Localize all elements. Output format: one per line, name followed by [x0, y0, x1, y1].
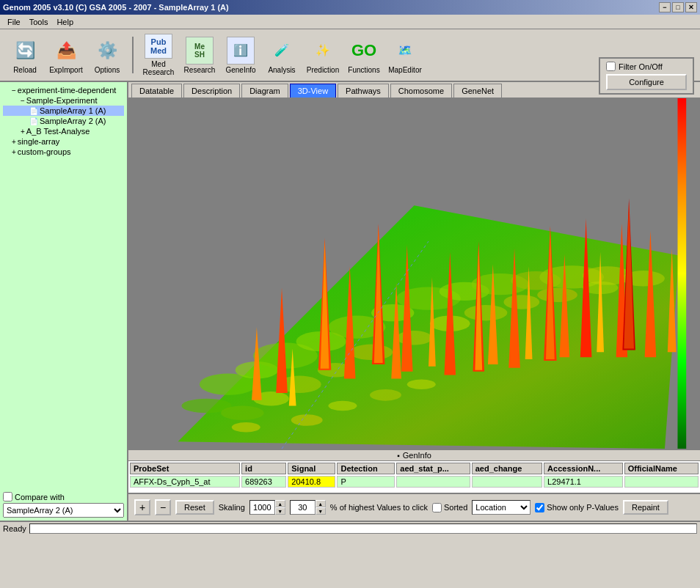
cell-aed-stat: [396, 476, 470, 488]
tab-datatable[interactable]: Datatable: [131, 84, 182, 98]
filter-panel: Filter On/Off Configure: [599, 57, 694, 95]
right-panel: Datatable Description Diagram 3D-View Pa…: [128, 82, 700, 521]
show-pvalues-checkbox[interactable]: [535, 503, 544, 512]
percent-spinner-btns: ▲ ▼: [316, 500, 326, 515]
cell-probeset: AFFX-Ds_Cyph_5_at: [130, 476, 240, 488]
geneinfo-button[interactable]: ℹ️ GeneInfo: [222, 33, 260, 77]
mapeditor-button[interactable]: 🗺️ MapEditor: [386, 33, 424, 77]
sidebar: − experiment-time-dependent − Sample-Exp…: [0, 82, 128, 521]
status-text: Ready: [3, 524, 26, 533]
tree-item-array1[interactable]: 📄 SampleArray 1 (A): [3, 106, 124, 116]
configure-button[interactable]: Configure: [606, 74, 687, 90]
tab-description[interactable]: Description: [183, 84, 240, 98]
minimize-button[interactable]: −: [659, 2, 671, 12]
filter-checkbox[interactable]: [606, 62, 616, 71]
options-button[interactable]: ⚙️ Options: [88, 33, 126, 77]
cell-signal: 20410.8: [288, 476, 335, 488]
main-content: − experiment-time-dependent − Sample-Exp…: [0, 82, 700, 521]
pubmed-button[interactable]: PubMed Med Research: [139, 33, 178, 77]
expimport-icon: 📤: [52, 37, 80, 65]
cell-detection: P: [337, 476, 395, 488]
functions-button[interactable]: GO Functions: [345, 33, 383, 77]
col-detection: Detection: [337, 463, 395, 474]
percent-up[interactable]: ▲: [316, 500, 326, 507]
col-probeset: ProbeSet: [130, 463, 240, 474]
tree-item-array2[interactable]: 📄 SampleArray 2 (A): [3, 116, 124, 126]
reload-button[interactable]: 🔄 Reload: [6, 33, 44, 77]
mapeditor-label: MapEditor: [388, 66, 422, 74]
mesh-button[interactable]: MeSH Research: [181, 33, 219, 77]
options-icon: ⚙️: [93, 37, 121, 65]
tab-pathways[interactable]: Pathways: [338, 84, 389, 98]
window-controls: − □ ✕: [659, 2, 697, 12]
compare-checkbox[interactable]: [3, 492, 12, 501]
mesh-label: Research: [184, 66, 216, 74]
maximize-button[interactable]: □: [672, 2, 684, 12]
tree-item-sample-exp[interactable]: − Sample-Experiment: [3, 95, 124, 106]
reload-icon: 🔄: [11, 37, 39, 65]
menu-help[interactable]: Help: [52, 16, 78, 28]
data-panel-header: ▪ GenInfo: [128, 450, 700, 461]
location-select[interactable]: Location: [472, 500, 531, 515]
reset-button[interactable]: Reset: [175, 500, 214, 515]
menu-tools[interactable]: Tools: [25, 16, 53, 28]
svg-point-75: [370, 389, 401, 401]
tree-expand-icon: +: [21, 128, 25, 136]
tree-expand-icon: +: [12, 148, 16, 156]
toolbar-sep-1: [132, 37, 134, 73]
col-accession: AccessionN...: [544, 463, 623, 474]
3d-view-area[interactable]: [128, 98, 700, 449]
percent-down[interactable]: ▼: [316, 507, 326, 515]
tab-chomosome[interactable]: Chomosome: [390, 84, 452, 98]
svg-point-22: [396, 331, 432, 345]
svg-rect-78: [677, 98, 686, 449]
sorted-checkbox[interactable]: [432, 503, 442, 512]
file-icon: 📄: [29, 117, 38, 125]
data-table: ProbeSet id Signal Detection aed_stat_p.…: [128, 461, 700, 489]
tab-diagram[interactable]: Diagram: [241, 84, 288, 98]
compare-area: Compare with SampleArray 2 (A): [3, 492, 124, 518]
tab-3dview[interactable]: 3D-View: [290, 84, 336, 98]
menu-bar: File Tools Help: [0, 15, 700, 29]
tree-item-single[interactable]: + single-array: [3, 136, 124, 147]
zoom-out-button[interactable]: −: [155, 499, 171, 515]
data-row[interactable]: AFFX-Ds_Cyph_5_at 689263 20410.8 P L2947…: [130, 476, 699, 488]
close-button[interactable]: ✕: [685, 2, 697, 12]
data-panel: ▪ GenInfo ProbeSet id Signal Detection a…: [128, 449, 700, 493]
percent-spinner: ▲ ▼: [290, 500, 326, 515]
cell-id: 689263: [241, 476, 286, 488]
svg-point-26: [537, 288, 577, 303]
data-panel-close-icon[interactable]: ▪: [397, 452, 400, 460]
tree-item-label: custom-groups: [18, 147, 71, 156]
terrain-svg: [128, 98, 700, 449]
cell-official-name: [624, 476, 699, 488]
skaling-up[interactable]: ▲: [275, 500, 285, 507]
skaling-down[interactable]: ▼: [275, 507, 285, 515]
skaling-input[interactable]: 1000: [249, 500, 275, 515]
bottom-toolbar: + − Reset Skaling 1000 ▲ ▼ ▲ ▼ % of high…: [128, 493, 700, 521]
functions-icon: GO: [350, 37, 378, 65]
analysis-button[interactable]: 🧪 Analysis: [263, 33, 301, 77]
tree-item-custom[interactable]: + custom-groups: [3, 147, 124, 157]
tree-item-label: experiment-time-dependent: [18, 86, 117, 95]
prediction-button[interactable]: ✨ Prediction: [304, 33, 342, 77]
reload-label: Reload: [13, 66, 37, 74]
compare-select[interactable]: SampleArray 2 (A): [3, 503, 124, 518]
col-aed-change: aed_change: [472, 463, 542, 474]
svg-point-74: [328, 401, 357, 411]
geneinfo-icon: ℹ️: [227, 37, 255, 65]
geneinfo-label: GeneInfo: [225, 66, 255, 74]
col-signal: Signal: [288, 463, 335, 474]
svg-point-21: [350, 345, 393, 360]
tree-item-label: SampleArray 1 (A): [40, 106, 106, 115]
zoom-in-button[interactable]: +: [134, 499, 150, 515]
repaint-button[interactable]: Repaint: [623, 500, 668, 515]
tree-item-ab-test[interactable]: + A_B Test-Analyse: [3, 126, 124, 136]
tree-item-experiment[interactable]: − experiment-time-dependent: [3, 85, 124, 95]
tab-genenet[interactable]: GeneNet: [453, 84, 502, 98]
expimport-button[interactable]: 📤 ExpImport: [47, 33, 85, 77]
compare-label: Compare with: [15, 493, 65, 501]
percent-input[interactable]: [290, 500, 316, 515]
menu-file[interactable]: File: [3, 16, 25, 28]
tree-item-label: Sample-Experiment: [26, 96, 98, 105]
